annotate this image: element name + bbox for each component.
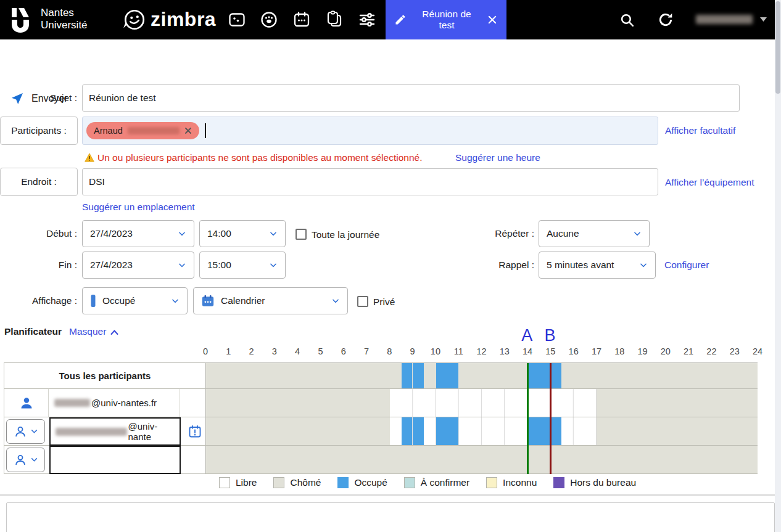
free-busy-select[interactable]: Occupé — [82, 287, 188, 314]
settings-sliders-icon[interactable] — [358, 11, 376, 28]
hour-label-13: 13 — [500, 346, 510, 356]
private-checkbox[interactable] — [357, 296, 368, 307]
hour-label-3: 3 — [272, 346, 277, 356]
location-label: Endroit : — [21, 176, 57, 187]
tab-close-icon[interactable] — [487, 14, 498, 25]
suggest-location-link[interactable]: Suggérer un emplacement — [82, 202, 195, 213]
location-input[interactable] — [82, 168, 658, 195]
all-day-checkbox[interactable] — [295, 229, 307, 240]
scheduler-hour-labels: 0123456789101112131415161718192021222324 — [205, 346, 758, 360]
calendar-icon[interactable] — [293, 11, 310, 28]
hour-label-15: 15 — [545, 346, 555, 356]
user-name-redacted[interactable] — [696, 15, 753, 24]
repeat-value: Aucune — [547, 228, 633, 239]
hour-label-10: 10 — [431, 346, 440, 356]
warning-icon — [85, 153, 94, 162]
search-icon[interactable] — [619, 12, 635, 28]
busy-block — [436, 363, 458, 388]
subject-input[interactable] — [82, 84, 740, 112]
reminder-select[interactable]: 5 minutes avant — [539, 252, 656, 279]
end-time-select[interactable]: 15:00 — [199, 252, 286, 279]
participants-label-button[interactable]: Participants : — [0, 117, 78, 145]
end-time-value: 15:00 — [207, 260, 269, 271]
busy-block — [413, 417, 424, 445]
scheduler-row-organizer: @univ-nantes.fr — [4, 389, 758, 417]
page-scrollbar[interactable] — [775, 0, 781, 532]
zimbra-logo-icon — [121, 7, 147, 33]
user-menu-caret-icon[interactable] — [760, 17, 767, 22]
timeline-all-participants[interactable] — [206, 363, 758, 388]
attendee-availability-button[interactable] — [188, 424, 202, 441]
scrollbar-thumb[interactable] — [775, 1, 780, 94]
show-equipment-link[interactable]: Afficher l’équipement — [665, 177, 754, 188]
attendee-type-button[interactable] — [6, 448, 45, 472]
repeat-select[interactable]: Aucune — [539, 220, 650, 247]
tasks-icon[interactable] — [326, 10, 343, 28]
timeline-empty[interactable] — [206, 446, 758, 473]
hour-label-18: 18 — [614, 346, 624, 356]
person-outline-icon — [14, 425, 27, 438]
zimbra-wordmark: zimbra — [151, 8, 216, 31]
hour-label-24: 24 — [753, 346, 762, 356]
hour-label-16: 16 — [569, 346, 579, 356]
notes-editor[interactable] — [6, 502, 775, 532]
busy-block — [528, 417, 562, 445]
contacts-icon[interactable] — [260, 11, 278, 28]
marker-b: B — [544, 326, 555, 345]
legend-swatch — [486, 477, 497, 488]
compose-toolbar: Envoyer Enregistrer Fermer — [0, 39, 781, 79]
hour-label-7: 7 — [364, 346, 369, 356]
appointment-compose-page: Nantes Université zimbra — [0, 0, 781, 532]
timeline-organizer[interactable] — [206, 389, 758, 417]
suggest-time-link[interactable]: Suggérer une heure — [455, 152, 540, 163]
location-label-button[interactable]: Endroit : — [0, 168, 78, 196]
attendee-type-button[interactable] — [6, 419, 45, 444]
hour-label-6: 6 — [341, 346, 346, 356]
hour-label-21: 21 — [684, 346, 693, 356]
chip-remove-icon[interactable] — [184, 127, 192, 134]
start-time-select[interactable]: 14:00 — [199, 220, 286, 247]
calendar-folder-select[interactable]: Calendrier — [193, 287, 348, 314]
chevron-down-icon — [331, 297, 340, 305]
start-date-select[interactable]: 27/4/2023 — [82, 220, 194, 247]
timeline-attendee[interactable] — [206, 417, 758, 445]
topbar: Nantes Université zimbra — [0, 0, 781, 39]
legend-label: Inconnu — [503, 477, 537, 488]
refresh-icon[interactable] — [658, 12, 674, 28]
hour-label-14: 14 — [523, 346, 532, 356]
organizer-email-redacted — [54, 399, 90, 407]
legend-swatch — [219, 477, 230, 488]
participant-chip[interactable]: Arnaud — [86, 122, 199, 139]
mail-icon[interactable] — [228, 11, 246, 28]
marker-a: A — [521, 326, 532, 345]
all-participants-label: Tous les participants — [4, 370, 205, 381]
calendar-folder-value: Calendrier — [221, 295, 331, 306]
hour-label-5: 5 — [318, 346, 323, 356]
attendee-email-input[interactable]: @univ-nante — [49, 417, 181, 446]
tab-reunion-de-test[interactable]: Réunion de test — [386, 0, 506, 39]
organizer-email: @univ-nantes.fr — [49, 389, 180, 417]
hour-label-12: 12 — [476, 346, 486, 356]
scheduler-row-empty — [4, 446, 758, 474]
start-time-value: 14:00 — [207, 228, 269, 239]
participants-label: Participants : — [11, 125, 67, 136]
reminder-value: 5 minutes avant — [547, 260, 639, 271]
hour-label-8: 8 — [387, 346, 392, 356]
configure-reminder-link[interactable]: Configurer — [664, 260, 709, 271]
legend-item: Libre — [219, 477, 257, 488]
chevron-down-icon — [639, 261, 648, 269]
chevron-up-icon[interactable] — [110, 329, 118, 335]
scheduler-hide-link[interactable]: Masquer — [69, 326, 106, 337]
show-optional-link[interactable]: Afficher facultatif — [665, 125, 735, 136]
start-label: Début : — [4, 220, 77, 247]
legend-label: Occupé — [354, 477, 387, 488]
private-label: Privé — [373, 296, 395, 308]
end-date-select[interactable]: 27/4/2023 — [82, 252, 194, 279]
legend-swatch — [553, 477, 564, 488]
participants-input[interactable]: Arnaud — [82, 117, 658, 145]
new-attendee-input[interactable] — [49, 446, 181, 474]
start-date-value: 27/4/2023 — [90, 228, 178, 239]
chevron-down-icon — [30, 427, 38, 435]
hour-label-2: 2 — [249, 346, 254, 356]
busy-block — [436, 417, 458, 445]
